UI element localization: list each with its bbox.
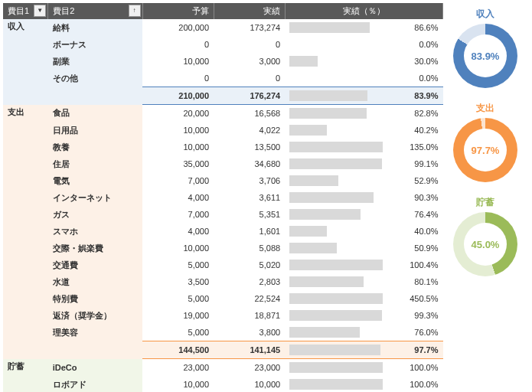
actual-cell: 18,871 (214, 307, 285, 324)
budget-cell: 0 (142, 70, 214, 87)
category1-cell (3, 307, 48, 324)
bar-cell (285, 155, 387, 172)
actual-cell: 176,274 (214, 87, 285, 105)
actual-cell: 0 (214, 70, 285, 87)
sort-dropdown-icon[interactable]: ↑ (129, 5, 141, 17)
category2-cell: インターネット (48, 189, 142, 206)
bar-cell (285, 19, 387, 36)
bar-cell (285, 273, 387, 290)
budget-cell: 4,000 (142, 223, 214, 240)
category2-cell: スマホ (48, 223, 142, 240)
actual-cell: 5,088 (214, 240, 285, 256)
budget-cell: 5,000 (142, 290, 214, 307)
category2-cell: 電気 (48, 172, 142, 189)
table-row: 日用品10,0004,02240.2% (3, 122, 443, 139)
pct-cell: 100.0% (387, 376, 443, 392)
category2-cell: 給料 (48, 19, 142, 36)
category1-cell (3, 70, 48, 87)
category2-cell: ロボアド (48, 376, 142, 392)
table-row: その他000.0% (3, 70, 443, 87)
category2-cell: 住居 (48, 155, 142, 172)
table-row: インターネット4,0003,61190.3% (3, 189, 443, 206)
donut-title: 収入 (453, 8, 517, 21)
actual-cell: 10,000 (214, 376, 285, 392)
header-actual[interactable]: 実績 (214, 3, 285, 19)
category1-cell (3, 36, 48, 53)
category1-cell (3, 206, 48, 223)
category1-cell: 貯蓄 (3, 359, 48, 377)
pct-cell: 30.0% (387, 53, 443, 70)
category1-cell (3, 240, 48, 256)
category2-cell: ボーナス (48, 36, 142, 53)
category1-cell (3, 139, 48, 155)
header-cat1[interactable]: 費目1▼ (3, 3, 48, 19)
donut-value: 45.0% (464, 223, 507, 266)
category2-cell (48, 87, 142, 105)
header-cat2[interactable]: 費目2↑ (48, 3, 142, 19)
donut-ring: 83.9% (453, 24, 517, 88)
budget-cell: 4,000 (142, 189, 214, 206)
pct-cell: 80.1% (387, 273, 443, 290)
bar-cell (285, 122, 387, 139)
budget-cell: 3,500 (142, 273, 214, 290)
category2-cell: 理美容 (48, 324, 142, 341)
table-row: ロボアド10,00010,000100.0% (3, 376, 443, 392)
actual-cell: 3,000 (214, 53, 285, 70)
table-row: スマホ4,0001,60140.0% (3, 223, 443, 240)
pct-cell: 100.4% (387, 256, 443, 273)
pct-cell: 82.8% (387, 105, 443, 122)
donut-value: 83.9% (464, 34, 507, 77)
budget-cell: 10,000 (142, 122, 214, 139)
donut-ring: 45.0% (453, 212, 517, 276)
bar-cell (285, 324, 387, 341)
bar-cell (285, 376, 387, 392)
actual-cell: 0 (214, 36, 285, 53)
filter-dropdown-icon[interactable]: ▼ (34, 5, 46, 17)
pct-cell: 0.0% (387, 70, 443, 87)
pct-cell: 40.2% (387, 122, 443, 139)
budget-cell: 23,000 (142, 359, 214, 377)
table-row: 水道3,5002,80380.1% (3, 273, 443, 290)
category2-cell: 交通費 (48, 256, 142, 273)
actual-cell: 23,000 (214, 359, 285, 377)
table-header-row: 費目1▼ 費目2↑ 予算 実績 実績（％） (3, 3, 443, 19)
budget-cell: 5,000 (142, 324, 214, 341)
donut-title: 支出 (453, 102, 517, 115)
table-row: 教養10,00013,500135.0% (3, 139, 443, 155)
pct-cell: 83.9% (387, 87, 443, 105)
donut-ring: 97.7% (453, 118, 517, 182)
pct-cell: 90.3% (387, 189, 443, 206)
actual-cell: 13,500 (214, 139, 285, 155)
header-pct[interactable]: 実績（％） (285, 3, 442, 19)
category2-cell: 食品 (48, 105, 142, 122)
subtotal-row: 144,500141,14597.7% (3, 341, 443, 359)
donut-value: 97.7% (464, 129, 507, 172)
budget-cell: 210,000 (142, 87, 214, 105)
category1-cell (3, 223, 48, 240)
pct-cell: 450.5% (387, 290, 443, 307)
category2-cell: 副業 (48, 53, 142, 70)
category1-cell (3, 53, 48, 70)
bar-cell (285, 70, 387, 87)
bar-cell (285, 240, 387, 256)
donut-title: 貯蓄 (453, 196, 517, 209)
category2-cell: iDeCo (48, 359, 142, 377)
budget-cell: 0 (142, 36, 214, 53)
header-budget[interactable]: 予算 (142, 3, 214, 19)
pct-cell: 0.0% (387, 36, 443, 53)
category1-cell (3, 273, 48, 290)
bar-cell (285, 206, 387, 223)
table-row: ボーナス000.0% (3, 36, 443, 53)
table-row: 支出食品20,00016,56882.8% (3, 105, 443, 122)
category2-cell: 交際・娯楽費 (48, 240, 142, 256)
category2-cell: その他 (48, 70, 142, 87)
table-row: 貯蓄iDeCo23,00023,000100.0% (3, 359, 443, 377)
budget-cell: 7,000 (142, 206, 214, 223)
budget-cell: 19,000 (142, 307, 214, 324)
table-row: 交際・娯楽費10,0005,08850.9% (3, 240, 443, 256)
actual-cell: 3,611 (214, 189, 285, 206)
category2-cell: 水道 (48, 273, 142, 290)
pct-cell: 99.3% (387, 307, 443, 324)
category2-cell: 日用品 (48, 122, 142, 139)
table-row: 返済（奨学金）19,00018,87199.3% (3, 307, 443, 324)
